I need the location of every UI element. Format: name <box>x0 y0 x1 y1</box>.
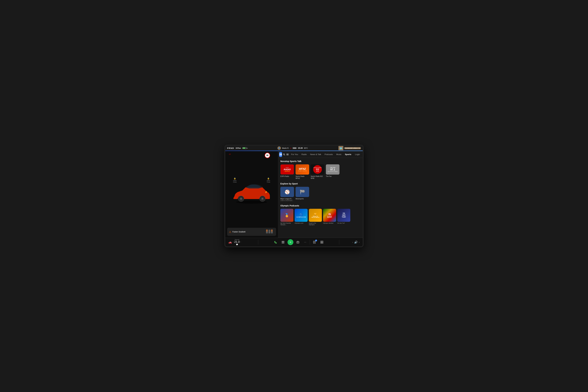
tab-news-talk[interactable]: News & Talk <box>309 152 323 156</box>
thefan-sub: FM SPORTS RADIO <box>328 171 338 172</box>
battery-indicator <box>242 147 247 149</box>
nav-tabs: For You Radio News & Talk Podcasts Music… <box>290 152 353 156</box>
car-visualization: 🔒 Open Frunk 🔒 Open Trunk <box>228 160 275 222</box>
right-panel: For You Radio News & Talk Podcasts Music… <box>278 151 363 238</box>
main-content: 90 🔒 Open Frunk 🔒 Open Trunk <box>225 151 363 238</box>
explore-section: Explore by Sport ⚾ Major League B... Lis… <box>280 182 360 201</box>
svg-rect-9 <box>266 232 268 233</box>
espn-inner: ESPN RADIO ((RADIO)) <box>281 164 294 174</box>
svg-rect-30 <box>283 241 284 242</box>
tab-music[interactable]: Music <box>335 152 343 156</box>
car-icon: 🚗 <box>228 240 232 244</box>
taskbar-center: ··· 1 <box>260 239 337 245</box>
podcast-card-1[interactable]: 🏅 My New Favorite Olympic... <box>280 209 293 226</box>
temp-control: Manual ‹ 21.0 › 💬 <box>233 239 241 246</box>
left-panel: 90 🔒 Open Frunk 🔒 Open Trunk <box>225 151 278 238</box>
thefan-card[interactable]: THE FAN 97.1 FM SPORTS RADIO The Fan <box>326 164 340 179</box>
svg-rect-42 <box>321 242 322 244</box>
motorsports-card[interactable]: 🏁 Motorsports <box>296 187 309 201</box>
status-right: 🗺️ PASSENGER AIRBAG ON <box>338 146 361 150</box>
seat-diagram <box>266 229 274 234</box>
taskbar-left: 🚗 Manual ‹ 21.0 › 💬 <box>228 239 256 246</box>
svg-rect-31 <box>282 242 283 244</box>
menu-grid-button[interactable] <box>280 239 286 245</box>
range-indicator: 337km <box>236 147 241 149</box>
tab-sports[interactable]: Sports <box>343 152 353 156</box>
svg-rect-15 <box>268 230 270 230</box>
podcast-card-2[interactable]: 🔵 OLYMPICS.COM Olympics.com <box>295 209 308 226</box>
grid-view-button[interactable] <box>319 239 325 245</box>
camera-button[interactable] <box>295 239 301 245</box>
svg-rect-17 <box>271 232 273 233</box>
temperature: 30°C <box>304 147 308 149</box>
taskbar: 🚗 Manual ‹ 21.0 › 💬 <box>225 238 363 246</box>
svg-rect-21 <box>279 154 280 154</box>
temp-decrease-button[interactable]: ‹ <box>233 241 234 243</box>
status-center: 👤 Martin R. ● SOS 15:20 30°C <box>277 146 308 150</box>
notes-button[interactable]: 1 <box>311 239 317 245</box>
podcast-card-5[interactable]: ONHERTURF On Her Turf <box>337 209 350 226</box>
svg-point-6 <box>262 198 263 199</box>
temp-increase-button[interactable]: › <box>240 241 241 243</box>
podcast-label-2: Olympics.com <box>295 222 308 224</box>
tab-podcasts[interactable]: Podcasts <box>323 152 334 156</box>
podcast-card-3[interactable]: 🏆 ROAD TO THE OLYMPICS Road to the Olymp… <box>309 209 322 226</box>
whb-label: Sports Radio 810 WHB <box>311 175 324 179</box>
podcast-label-5: On Her Turf <box>337 222 350 224</box>
mlb-label: Major League B... <box>280 198 294 200</box>
warning-icon: ⚠ <box>229 230 231 233</box>
phone-button[interactable] <box>273 239 279 245</box>
airbag-badge: PASSENGER AIRBAG ON <box>344 147 361 149</box>
svg-rect-20 <box>271 230 272 232</box>
svg-rect-23 <box>281 154 282 156</box>
wfnz-card[interactable]: WFNZ 610AM / 100.5FM Sports Radio WFNZ <box>296 164 309 179</box>
sos-badge: SOS <box>292 147 297 149</box>
tesla-logo <box>228 153 231 158</box>
wfnz-card-image: WFNZ 610AM / 100.5FM <box>296 164 309 174</box>
podcast-img-1: 🏅 <box>280 209 293 222</box>
whb-card[interactable]: SPORTS RADIO 810 WHB Sports Radio 810 WH… <box>311 164 324 179</box>
svg-point-24 <box>283 154 285 155</box>
podcast-img-4: 🧠 OLYMPIC MINDSET <box>323 209 336 222</box>
car-svg: ⚡ <box>231 180 272 204</box>
trunk-icon: 🔒 <box>267 177 270 180</box>
mlb-card-image: ⚾ <box>280 187 294 197</box>
mlb-card[interactable]: ⚾ Major League B... Listen to MLB base..… <box>280 187 294 201</box>
podcast-img-5: ONHERTURF <box>337 209 350 222</box>
nav-prev-button[interactable]: ‹ <box>352 241 353 244</box>
tab-for-you[interactable]: For You <box>290 152 300 156</box>
volume-button[interactable]: 🔊 <box>354 240 358 244</box>
podcast-label-4: Olympic Mindset <box>323 222 336 224</box>
nav-next-button[interactable]: › <box>359 241 360 244</box>
back-icon-button[interactable] <box>279 152 282 157</box>
status-bar: PRND 337km 👤 Martin R. ● SOS 15:20 30°C … <box>225 146 363 150</box>
olympic-section: Olympic Podcasts 🏅 My New Favorite Olymp… <box>280 204 360 226</box>
seatbelt-text: Fasten Seatbelt <box>232 231 245 233</box>
svg-rect-43 <box>322 242 323 244</box>
spotify-button[interactable] <box>287 239 293 245</box>
search-icon-button[interactable] <box>283 152 286 157</box>
svg-point-3 <box>240 198 242 199</box>
login-button[interactable]: Login <box>353 152 361 156</box>
whb-inner: SPORTS RADIO 810 WHB <box>313 165 322 174</box>
gear-indicator: PRND <box>227 147 234 149</box>
svg-rect-28 <box>286 155 289 155</box>
battery-fill <box>243 148 245 149</box>
svg-point-35 <box>297 242 298 243</box>
podcast-card-4[interactable]: 🧠 OLYMPIC MINDSET Olympic Mindset <box>323 209 336 226</box>
clock: 15:20 <box>298 147 303 149</box>
espn-card-image: ESPN RADIO ((RADIO)) <box>280 164 294 174</box>
speed-limit: 90 <box>265 152 270 158</box>
podcast-label-1: My New Favorite Olympic... <box>280 222 293 226</box>
svg-rect-12 <box>266 230 267 232</box>
content-area: Nonstop Sports Talk ESPN RADIO ((RADIO)) <box>278 158 363 228</box>
explore-title: Explore by Sport <box>280 182 360 185</box>
svg-rect-29 <box>282 241 283 242</box>
espn-radio-card[interactable]: ESPN RADIO ((RADIO)) ESPN Radio <box>280 164 294 179</box>
dots-menu-button[interactable]: ··· <box>302 239 308 245</box>
menu-icon-button[interactable] <box>286 152 289 157</box>
svg-text:⚡: ⚡ <box>265 191 268 194</box>
wfnz-label: Sports Radio WFNZ <box>296 175 309 179</box>
tab-radio[interactable]: Radio <box>300 152 308 156</box>
status-left: PRND 337km <box>227 147 247 149</box>
